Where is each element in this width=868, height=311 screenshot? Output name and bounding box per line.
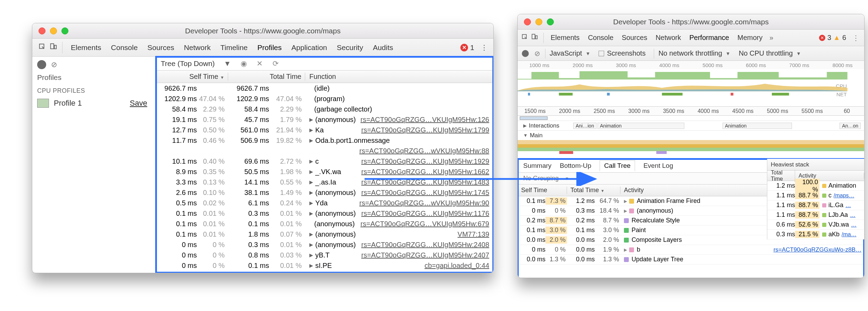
table-row[interactable]: 10.1 ms0.40 %69.6 ms2.72 %▶crs=ACT90oGqR…: [156, 156, 493, 166]
more-icon[interactable]: ⋮: [852, 34, 859, 42]
table-row[interactable]: 0 ms0 %0.8 ms0.03 %▶yB.Trs=ACT90oGqRZGG……: [156, 250, 493, 260]
tab-security[interactable]: Security: [337, 43, 363, 52]
table-row[interactable]: 19.1 ms0.75 %45.7 ms1.79 %▶(anonymous)rs…: [156, 114, 493, 125]
panel-tabs: Elements Console Sources Network Timelin…: [32, 39, 493, 57]
titlebar[interactable]: Developer Tools - https://www.google.com…: [518, 14, 864, 30]
table-row[interactable]: 0 ms0 %0.1 ms0.01 %▶sI.PEcb=gapi.loaded_…: [156, 260, 493, 271]
table-row[interactable]: 1202.9 ms47.04 %1202.9 ms47.04 %(program…: [156, 93, 493, 104]
svg-rect-4: [532, 34, 535, 39]
screenshots-checkbox[interactable]: Screenshots: [599, 49, 645, 57]
tab-summary[interactable]: Summary: [523, 162, 551, 170]
view-dropdown[interactable]: Tree (Top Down)▼: [161, 59, 231, 68]
error-badge[interactable]: ✕: [819, 35, 825, 41]
tab-application[interactable]: Application: [291, 43, 327, 52]
clear-icon[interactable]: ⊘: [534, 49, 540, 58]
table-row[interactable]: 0 ms0 %0.3 ms0.01 %▶(anonymous)rs=ACT90o…: [156, 239, 493, 250]
svg-rect-15: [559, 151, 573, 154]
js-dropdown[interactable]: JavaScript▼: [550, 49, 590, 57]
selection-bar[interactable]: [518, 116, 864, 121]
time-ruler: 1000 ms2000 ms3000 ms4000 ms5000 ms6000 …: [518, 61, 864, 69]
table-row[interactable]: 0.1 ms0.01 %0.1 ms0.01 %(anonymous)rs=AC…: [156, 219, 493, 229]
tab-audits[interactable]: Audits: [373, 43, 393, 52]
device-toggle-icon[interactable]: [531, 33, 541, 42]
flame-chart[interactable]: [518, 140, 864, 159]
net-lane: NET: [518, 91, 848, 97]
table-row[interactable]: 1.1 ms88.7 %c/maps…: [767, 191, 864, 200]
table-row[interactable]: 1.1 ms88.7 %iL.Ga…: [767, 200, 864, 210]
devtools-window-profiles: Developer Tools - https://www.google.com…: [32, 23, 494, 273]
svg-rect-16: [656, 151, 667, 154]
table-row[interactable]: 1.1 ms88.7 %LJb.Aa…: [767, 210, 864, 220]
table-row[interactable]: 1.2 ms100.0 %Animation: [767, 181, 864, 191]
window-title: Developer Tools - https://www.google.com…: [185, 27, 341, 35]
tab-sources[interactable]: Sources: [148, 43, 174, 52]
zoom-icon[interactable]: [61, 27, 68, 34]
table-row[interactable]: 3.3 ms0.13 %14.1 ms0.55 %▶_.as.Iars=ACT9…: [156, 177, 493, 187]
tab-memory[interactable]: Memory: [737, 34, 762, 42]
record-icon[interactable]: [522, 50, 529, 57]
focus-icon[interactable]: ◉: [241, 59, 247, 68]
refresh-icon[interactable]: ⟳: [273, 59, 279, 68]
device-toggle-icon[interactable]: [48, 43, 59, 52]
tab-console[interactable]: Console: [588, 34, 613, 42]
overview[interactable]: 1000 ms2000 ms3000 ms4000 ms5000 ms6000 …: [518, 61, 864, 107]
tab-performance[interactable]: Performance: [690, 34, 729, 42]
close-icon[interactable]: [524, 18, 531, 25]
interactions-track[interactable]: ▶Interactions Ani…ion Animation Animatio…: [518, 121, 864, 130]
table-row[interactable]: 0.6 ms52.6 %VJb.wa…: [767, 220, 864, 230]
table-header[interactable]: Self Time ▼ Total Time Function: [156, 71, 493, 83]
tab-profiles[interactable]: Profiles: [257, 43, 282, 52]
titlebar[interactable]: Developer Tools - https://www.google.com…: [32, 23, 493, 39]
table-row[interactable]: 0.1 ms0.01 %1.8 ms0.07 %▶(anonymous)VM77…: [156, 229, 493, 239]
zoom-icon[interactable]: [547, 18, 554, 25]
minimize-icon[interactable]: [50, 27, 57, 34]
table-row[interactable]: 0 ms0 %0.0 ms1.9 %▶brs=ACT90oGqRZGGxuWo-…: [518, 245, 864, 255]
svg-rect-10: [731, 93, 733, 96]
profiles-heading: Profiles: [37, 73, 151, 82]
more-tabs-icon[interactable]: »: [769, 34, 773, 42]
profile-item[interactable]: Profile 1 Save: [37, 99, 151, 108]
inspect-icon[interactable]: [36, 43, 48, 52]
table-row[interactable]: 0.1 ms0.01 %0.3 ms0.01 %▶(anonymous)rs=A…: [156, 208, 493, 219]
main-track[interactable]: ▼Main: [518, 130, 864, 140]
inspect-icon[interactable]: [521, 33, 531, 42]
heaviest-stack: Heaviest stack Total Time Activity 1.2 m…: [767, 159, 864, 239]
table-row[interactable]: rs=ACT90oGqRZGG…wVKUIgM95Hw:88: [156, 146, 493, 156]
tab-network[interactable]: Network: [656, 34, 681, 42]
profile-rows: 9626.7 ms9626.7 ms(idle)1202.9 ms47.04 %…: [156, 83, 493, 271]
tab-console[interactable]: Console: [111, 43, 138, 52]
tab-elements[interactable]: Elements: [551, 34, 579, 42]
table-row[interactable]: 12.7 ms0.50 %561.0 ms21.94 %▶Kars=ACT90o…: [156, 125, 493, 135]
tab-timeline[interactable]: Timeline: [220, 43, 248, 52]
table-row[interactable]: 11.7 ms0.46 %506.9 ms19.82 %▶Oda.b.port1…: [156, 135, 493, 146]
table-row[interactable]: 58.4 ms2.29 %58.4 ms2.29 %(garbage colle…: [156, 104, 493, 114]
table-row[interactable]: 0.5 ms0.02 %6.1 ms0.24 %▶Ydars=ACT90oGqR…: [156, 198, 493, 208]
tab-calltree[interactable]: Call Tree: [600, 160, 635, 171]
save-link[interactable]: Save: [130, 99, 147, 108]
network-throttling-dropdown[interactable]: No network throttling▼: [658, 49, 730, 57]
close-icon[interactable]: ✕: [257, 59, 263, 68]
more-icon[interactable]: ⋮: [481, 43, 488, 52]
table-row[interactable]: 8.9 ms0.35 %50.5 ms1.98 %▶_.VK.wars=ACT9…: [156, 166, 493, 177]
svg-rect-6: [528, 93, 530, 96]
tab-bottomup[interactable]: Bottom-Up: [560, 162, 591, 170]
table-row[interactable]: 0.0 ms1.3 %0.0 ms1.3 %Update Layer Tree: [518, 255, 864, 264]
cpu-throttling-dropdown[interactable]: No CPU throttling▼: [739, 49, 801, 57]
table-row[interactable]: 9626.7 ms9626.7 ms(idle): [156, 83, 493, 93]
detail-ruler: 1500 ms2000 ms2500 ms3000 ms3500 ms4000 …: [518, 107, 864, 116]
table-row[interactable]: 2.6 ms0.10 %38.1 ms1.49 %▶(anonymous)rs=…: [156, 187, 493, 198]
panel-tabs: Elements Console Sources Network Perform…: [518, 30, 864, 46]
warning-badge[interactable]: ▲: [833, 34, 840, 42]
svg-rect-12: [518, 140, 864, 144]
tab-network[interactable]: Network: [184, 43, 211, 52]
error-badge[interactable]: ✕1: [460, 43, 474, 52]
tab-sources[interactable]: Sources: [622, 34, 647, 42]
clear-icon[interactable]: ⊘: [51, 60, 57, 69]
tab-eventlog[interactable]: Event Log: [643, 162, 673, 170]
record-icon[interactable]: [37, 60, 46, 69]
table-row[interactable]: 0.3 ms21.5 %aKb/ma…: [767, 230, 864, 239]
close-icon[interactable]: [39, 27, 45, 34]
tab-elements[interactable]: Elements: [71, 43, 101, 52]
minimize-icon[interactable]: [535, 18, 542, 25]
cpu-profiles-section: CPU PROFILES: [37, 87, 151, 95]
